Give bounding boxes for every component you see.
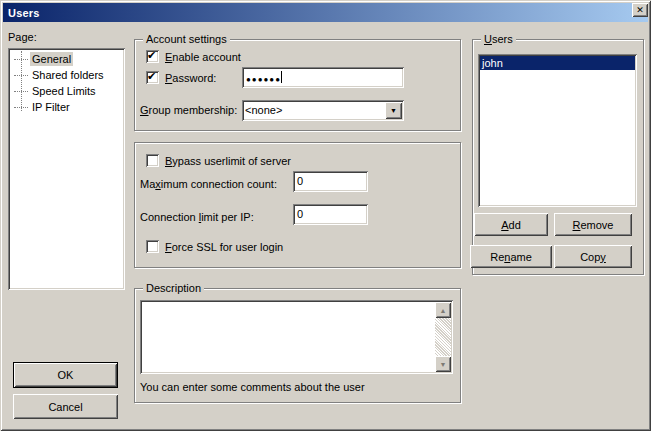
tree-item-label: General [30, 52, 73, 66]
rename-button[interactable]: Rename [470, 245, 552, 268]
password-input[interactable]: ●●●●●● [242, 67, 404, 88]
checkbox-unchecked-icon[interactable] [146, 240, 159, 253]
description-title: Description [143, 282, 204, 294]
users-listbox[interactable]: john [478, 54, 637, 207]
bypass-userlimit-label: Bypass userlimit of server [165, 155, 291, 167]
description-textarea[interactable]: ▲ ▼ [140, 300, 453, 374]
tree-item-ip-filter[interactable]: IP Filter [14, 99, 72, 115]
vertical-scrollbar[interactable]: ▲ ▼ [435, 302, 451, 372]
group-membership-select[interactable]: <none> ▼ [242, 100, 404, 121]
checkbox-unchecked-icon[interactable] [146, 154, 159, 167]
chevron-down-icon: ▼ [390, 107, 397, 114]
bypass-userlimit-checkbox[interactable]: Bypass userlimit of server [146, 154, 291, 167]
scroll-down-button[interactable]: ▼ [435, 356, 451, 372]
tree-item-label: Speed Limits [30, 84, 98, 98]
ip-limit-label: Connection limit per IP: [140, 211, 254, 223]
scroll-up-button[interactable]: ▲ [435, 302, 451, 318]
cancel-button[interactable]: Cancel [13, 394, 118, 419]
titlebar[interactable]: Users [3, 3, 648, 22]
user-list-item[interactable]: john [480, 56, 635, 70]
tree-item-speed-limits[interactable]: Speed Limits [14, 83, 98, 99]
close-button[interactable]: ✕ [632, 3, 648, 17]
close-icon: ✕ [636, 5, 644, 15]
max-connections-label: Maximum connection count: [140, 178, 277, 190]
arrow-up-icon: ▲ [440, 307, 447, 314]
checkbox-checked-icon[interactable]: ✔ [146, 71, 159, 84]
tree-item-label: IP Filter [30, 100, 72, 114]
add-button[interactable]: Add [474, 213, 548, 236]
ok-button[interactable]: OK [13, 362, 118, 388]
page-label: Page: [8, 31, 37, 43]
remove-button[interactable]: Remove [554, 213, 632, 236]
copy-button[interactable]: Copy [554, 245, 632, 268]
tree-item-general[interactable]: General [14, 51, 73, 67]
group-membership-label: Group membership: [140, 104, 237, 116]
text-caret [281, 71, 282, 83]
tree-item-shared-folders[interactable]: Shared folders [14, 67, 106, 83]
tree-item-label: Shared folders [30, 68, 106, 82]
password-checkbox[interactable]: ✔ Password: [146, 71, 216, 84]
users-dialog: Users ✕ Page: General Shared folders Spe… [0, 0, 651, 431]
ip-limit-input[interactable]: 0 [293, 204, 368, 225]
enable-account-checkbox[interactable]: ✔ Enable account [146, 50, 241, 63]
dropdown-button[interactable]: ▼ [385, 102, 402, 119]
page-tree[interactable]: General Shared folders Speed Limits IP F… [8, 48, 125, 290]
password-label: Password: [165, 72, 216, 84]
arrow-down-icon: ▼ [440, 361, 447, 368]
users-group-title: Users [481, 33, 516, 45]
force-ssl-label: Force SSL for user login [165, 241, 283, 253]
account-settings-title: Account settings [143, 33, 230, 45]
checkbox-checked-icon[interactable]: ✔ [146, 50, 159, 63]
force-ssl-checkbox[interactable]: Force SSL for user login [146, 240, 283, 253]
window-title: Users [8, 7, 40, 19]
max-connections-input[interactable]: 0 [293, 171, 368, 192]
description-hint: You can enter some comments about the us… [140, 381, 365, 393]
enable-account-label: Enable account [165, 51, 241, 63]
